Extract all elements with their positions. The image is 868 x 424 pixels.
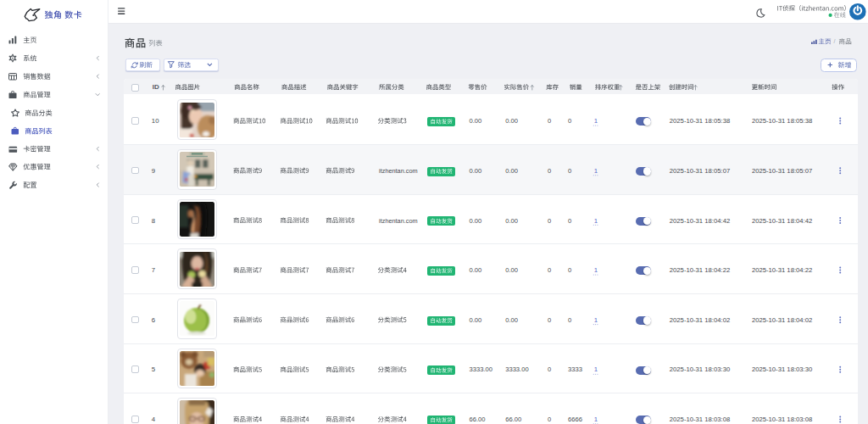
svg-text:2025-10-31 18:03:08: 2025-10-31 18:03:08 bbox=[670, 416, 730, 423]
svg-text:itzhentan.com: itzhentan.com bbox=[379, 167, 417, 175]
svg-text:3333.00: 3333.00 bbox=[505, 365, 528, 373]
svg-text:0.00: 0.00 bbox=[470, 217, 482, 225]
svg-text:2025-10-31 18:05:07: 2025-10-31 18:05:07 bbox=[752, 167, 812, 175]
svg-text:2025-10-31 18:04:42: 2025-10-31 18:04:42 bbox=[752, 217, 812, 225]
svg-text:2025-10-31 18:05:38: 2025-10-31 18:05:38 bbox=[670, 117, 730, 125]
svg-text:2025-10-31 18:04:02: 2025-10-31 18:04:02 bbox=[752, 316, 812, 324]
svg-text:10: 10 bbox=[152, 117, 159, 125]
svg-text:6: 6 bbox=[152, 316, 155, 324]
svg-text:8: 8 bbox=[152, 217, 155, 225]
svg-text:ID: ID bbox=[153, 83, 159, 91]
svg-text:0: 0 bbox=[568, 266, 571, 274]
svg-text:0: 0 bbox=[548, 117, 551, 125]
svg-text:66.00: 66.00 bbox=[505, 416, 521, 423]
svg-text:4: 4 bbox=[152, 416, 156, 423]
svg-text:1: 1 bbox=[594, 117, 598, 125]
svg-text:itzhentan.com: itzhentan.com bbox=[379, 217, 417, 225]
svg-text:0.00: 0.00 bbox=[505, 217, 518, 225]
svg-text:66.00: 66.00 bbox=[470, 416, 486, 423]
svg-text:1: 1 bbox=[594, 365, 598, 373]
svg-text:0: 0 bbox=[548, 266, 551, 274]
svg-text:3333.00: 3333.00 bbox=[470, 365, 492, 373]
svg-text:1: 1 bbox=[594, 266, 598, 274]
svg-text:5: 5 bbox=[152, 365, 156, 373]
svg-text:0.00: 0.00 bbox=[505, 167, 518, 175]
svg-text:0.00: 0.00 bbox=[470, 316, 482, 324]
svg-text:1: 1 bbox=[594, 217, 598, 225]
svg-text:0.00: 0.00 bbox=[470, 266, 482, 274]
svg-text:0.00: 0.00 bbox=[505, 266, 518, 274]
svg-text:1: 1 bbox=[594, 416, 598, 423]
svg-text:0: 0 bbox=[568, 167, 571, 175]
svg-text:/: / bbox=[834, 37, 836, 45]
svg-text:7: 7 bbox=[152, 266, 155, 274]
svg-text:1: 1 bbox=[594, 167, 598, 175]
svg-text:6666: 6666 bbox=[568, 416, 582, 423]
svg-text:0: 0 bbox=[548, 316, 551, 324]
svg-text:2025-10-31 18:03:08: 2025-10-31 18:03:08 bbox=[752, 416, 812, 423]
svg-text:0: 0 bbox=[548, 416, 551, 423]
svg-text:2025-10-31 18:04:22: 2025-10-31 18:04:22 bbox=[752, 266, 812, 274]
svg-text:0: 0 bbox=[548, 365, 551, 373]
svg-text:0: 0 bbox=[568, 217, 571, 225]
svg-text:0.00: 0.00 bbox=[505, 316, 518, 324]
svg-text:2025-10-31 18:04:22: 2025-10-31 18:04:22 bbox=[670, 266, 730, 274]
svg-text:2025-10-31 18:03:30: 2025-10-31 18:03:30 bbox=[752, 365, 812, 373]
svg-text:0.00: 0.00 bbox=[505, 117, 518, 125]
svg-text:0.00: 0.00 bbox=[470, 117, 482, 125]
svg-text:0: 0 bbox=[548, 167, 551, 175]
svg-text:2025-10-31 18:04:02: 2025-10-31 18:04:02 bbox=[670, 316, 730, 324]
svg-text:2025-10-31 18:05:38: 2025-10-31 18:05:38 bbox=[752, 117, 812, 125]
svg-text:0.00: 0.00 bbox=[470, 167, 482, 175]
svg-text:0: 0 bbox=[568, 117, 571, 125]
svg-text:2025-10-31 18:05:07: 2025-10-31 18:05:07 bbox=[670, 167, 730, 175]
svg-text:1: 1 bbox=[594, 316, 598, 324]
svg-text:9: 9 bbox=[152, 167, 155, 175]
svg-text:0: 0 bbox=[548, 217, 551, 225]
svg-text:0: 0 bbox=[568, 316, 571, 324]
svg-text:3333: 3333 bbox=[568, 365, 582, 373]
svg-text:2025-10-31 18:04:42: 2025-10-31 18:04:42 bbox=[670, 217, 730, 225]
svg-text:2025-10-31 18:03:30: 2025-10-31 18:03:30 bbox=[670, 365, 730, 373]
